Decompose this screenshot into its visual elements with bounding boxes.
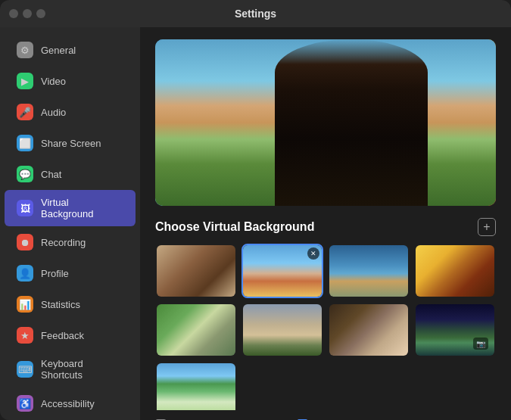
- keyboard-shortcuts-icon: ⌨: [17, 361, 33, 378]
- virtual-background-icon: 🖼: [17, 200, 33, 216]
- statistics-icon: 📊: [17, 296, 33, 313]
- bg-thumb-beach1[interactable]: ✕: [241, 244, 323, 298]
- bg-thumb-inner-restaurant: [329, 304, 408, 356]
- sidebar-item-label-general: General: [41, 45, 76, 56]
- sidebar-item-feedback[interactable]: ★Feedback: [5, 320, 136, 350]
- sidebar-item-label-video: Video: [41, 76, 66, 87]
- sidebar-item-label-accessibility: Accessibility: [41, 398, 95, 409]
- bg-thumb-elvis[interactable]: [155, 244, 237, 298]
- profile-icon: 👤: [17, 265, 33, 282]
- bg-thumb-inner-tropical: [157, 363, 235, 410]
- bg-thumb-inner-cartoon: [416, 245, 494, 297]
- video-icon: ▶: [17, 73, 33, 89]
- minimize-button[interactable]: [23, 9, 32, 18]
- window-title: Settings: [235, 8, 276, 20]
- title-bar: Settings: [0, 0, 511, 27]
- background-grid: ✕📷: [155, 244, 496, 410]
- camera-icon-aurora: 📷: [473, 338, 488, 350]
- sidebar-item-profile[interactable]: 👤Profile: [5, 258, 136, 288]
- bg-thumb-inner-elvis: [157, 245, 235, 297]
- bg-thumb-inner-harbor: [329, 245, 408, 297]
- chat-icon: 💬: [17, 166, 33, 182]
- sidebar: ⚙General▶Video🎤Audio⬜Share Screen💬Chat🖼V…: [0, 27, 140, 420]
- sidebar-item-label-virtual-background: Virtual Background: [41, 197, 123, 219]
- sidebar-item-label-audio: Audio: [41, 107, 66, 118]
- close-button[interactable]: [9, 9, 18, 18]
- sidebar-item-label-share-screen: Share Screen: [41, 138, 101, 149]
- bg-thumb-inner-forest: [157, 304, 235, 356]
- sidebar-item-virtual-background[interactable]: 🖼Virtual Background: [5, 190, 136, 226]
- bg-thumb-inner-cactus-man: [243, 304, 322, 356]
- choose-bg-title: Choose Virtual Background: [155, 220, 314, 234]
- video-preview: [155, 39, 496, 206]
- sidebar-item-video[interactable]: ▶Video: [5, 66, 136, 96]
- general-icon: ⚙: [17, 42, 33, 58]
- sidebar-item-label-keyboard-shortcuts: Keyboard Shortcuts: [41, 358, 123, 381]
- bg-thumb-restaurant[interactable]: [328, 303, 410, 357]
- accessibility-icon: ♿: [17, 395, 33, 412]
- bg-thumb-close-beach1[interactable]: ✕: [307, 247, 319, 260]
- sidebar-item-label-statistics: Statistics: [41, 299, 80, 310]
- sidebar-item-recording[interactable]: ⏺Recording: [5, 227, 136, 257]
- sidebar-item-accessibility[interactable]: ♿Accessibility: [5, 388, 136, 418]
- sidebar-item-share-screen[interactable]: ⬜Share Screen: [5, 128, 136, 158]
- sidebar-item-chat[interactable]: 💬Chat: [5, 159, 136, 189]
- sidebar-item-keyboard-shortcuts[interactable]: ⌨Keyboard Shortcuts: [5, 351, 136, 387]
- sidebar-item-label-feedback: Feedback: [41, 330, 84, 341]
- sidebar-item-label-profile: Profile: [41, 268, 69, 279]
- recording-icon: ⏺: [17, 234, 33, 250]
- bg-thumb-cartoon[interactable]: [414, 244, 496, 298]
- add-background-button[interactable]: +: [478, 218, 496, 236]
- traffic-lights: [9, 9, 45, 18]
- person-silhouette: [275, 39, 428, 206]
- bg-thumb-cactus-man[interactable]: [241, 303, 323, 357]
- sidebar-item-audio[interactable]: 🎤Audio: [5, 97, 136, 127]
- sidebar-item-label-chat: Chat: [41, 169, 61, 180]
- sidebar-item-general[interactable]: ⚙General: [5, 35, 136, 65]
- choose-bg-header: Choose Virtual Background +: [155, 218, 496, 236]
- maximize-button[interactable]: [36, 9, 45, 18]
- feedback-icon: ★: [17, 327, 33, 344]
- sidebar-item-label-recording: Recording: [41, 237, 86, 248]
- main-content: Choose Virtual Background + ✕📷 I have a …: [140, 27, 511, 420]
- video-preview-container: [155, 39, 496, 206]
- sidebar-item-statistics[interactable]: 📊Statistics: [5, 289, 136, 319]
- audio-icon: 🎤: [17, 104, 33, 120]
- bg-thumb-forest[interactable]: [155, 303, 237, 357]
- app-body: ⚙General▶Video🎤Audio⬜Share Screen💬Chat🖼V…: [0, 27, 511, 420]
- bg-thumb-tropical[interactable]: [155, 362, 237, 410]
- share-screen-icon: ⬜: [17, 135, 33, 151]
- bg-thumb-harbor[interactable]: [328, 244, 410, 298]
- bg-thumb-aurora[interactable]: 📷: [414, 303, 496, 357]
